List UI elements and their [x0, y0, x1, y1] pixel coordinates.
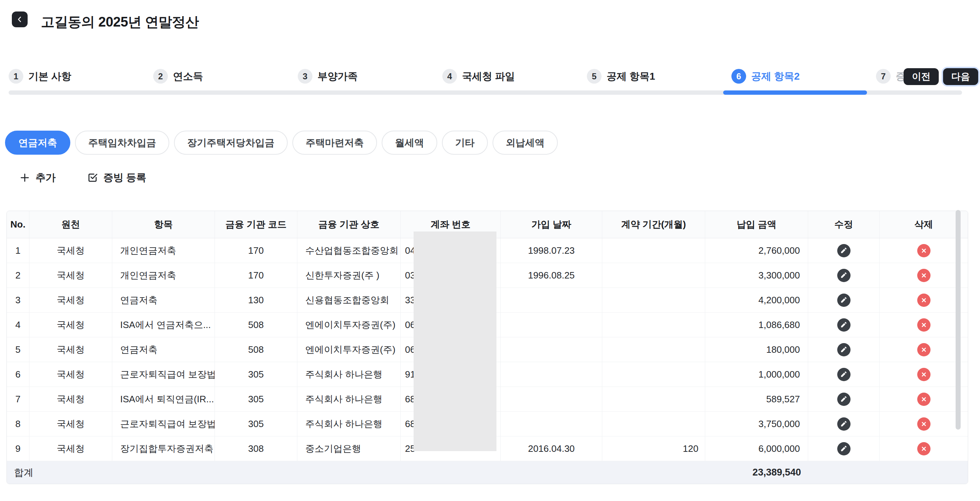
cell-source: 국세청 — [29, 337, 112, 362]
edit-button[interactable] — [837, 368, 851, 381]
pencil-icon — [840, 321, 847, 329]
cell-source: 국세청 — [29, 412, 112, 436]
x-icon — [920, 297, 927, 304]
delete-button[interactable] — [917, 417, 931, 431]
edit-button[interactable] — [837, 294, 851, 307]
cell-source: 국세청 — [29, 436, 112, 461]
cell-period — [602, 238, 705, 263]
pencil-icon — [840, 346, 847, 353]
cell-bank: 주식회사 하나은행 — [298, 362, 401, 386]
add-button-label: 추가 — [35, 171, 56, 185]
edit-button[interactable] — [837, 417, 851, 431]
cell-delete — [880, 238, 968, 263]
step-item-3[interactable]: 3부양가족 — [298, 69, 358, 84]
filter-pill-0[interactable]: 연금저축 — [5, 131, 70, 155]
edit-button[interactable] — [837, 393, 851, 406]
progress-fill — [723, 91, 867, 95]
x-icon — [920, 396, 927, 403]
delete-button[interactable] — [917, 442, 931, 455]
cell-code: 305 — [215, 362, 298, 386]
delete-button[interactable] — [917, 318, 931, 332]
previous-button[interactable]: 이전 — [904, 68, 939, 85]
delete-button[interactable] — [917, 393, 931, 406]
back-button[interactable] — [12, 11, 28, 27]
step-item-1[interactable]: 1기본 사항 — [9, 69, 72, 84]
pencil-icon — [840, 445, 847, 452]
cell-edit — [808, 337, 880, 362]
cell-edit — [808, 263, 880, 287]
next-button[interactable]: 다음 — [943, 68, 978, 85]
cell-period — [602, 337, 705, 362]
cell-amount: 589,527 — [705, 387, 808, 411]
pencil-icon — [840, 396, 847, 403]
edit-button[interactable] — [837, 269, 851, 282]
step-item-5[interactable]: 5공제 항목1 — [587, 69, 655, 84]
cell-item: 개인연금저축 — [112, 263, 215, 287]
filter-pill-4[interactable]: 월세액 — [382, 131, 437, 155]
add-button[interactable]: 추가 — [19, 171, 56, 185]
cell-edit — [808, 288, 880, 312]
cell-amount: 4,200,000 — [705, 288, 808, 312]
cell-code: 508 — [215, 313, 298, 337]
filter-pill-3[interactable]: 주택마련저축 — [292, 131, 377, 155]
column-header-4: 금융 기관 상호 — [298, 211, 401, 238]
cell-item: 장기집합투자증권저축 — [112, 436, 215, 461]
cell-delete — [880, 387, 968, 411]
cell-edit — [808, 436, 880, 461]
scrollbar-thumb[interactable] — [956, 210, 961, 429]
cell-join_date — [501, 313, 602, 337]
cell-amount: 3,750,000 — [705, 412, 808, 436]
step-label: 기본 사항 — [28, 70, 72, 83]
register-evidence-button[interactable]: 증빙 등록 — [87, 171, 146, 185]
edit-button[interactable] — [837, 318, 851, 332]
step-item-2[interactable]: 2연소득 — [153, 69, 203, 84]
column-header-0: No. — [7, 211, 29, 238]
cell-bank: 신한투자증권(주 ) — [298, 263, 401, 287]
cell-delete — [880, 362, 968, 386]
cell-delete — [880, 313, 968, 337]
cell-join_date: 2016.04.30 — [501, 436, 602, 461]
cell-join_date: 1998.07.23 — [501, 238, 602, 263]
delete-button[interactable] — [917, 269, 931, 282]
filter-pill-6[interactable]: 외납세액 — [493, 131, 558, 155]
delete-button[interactable] — [917, 368, 931, 381]
delete-button[interactable] — [917, 343, 931, 356]
cell-bank: 주식회사 하나은행 — [298, 412, 401, 436]
cell-amount: 6,000,000 — [705, 436, 808, 461]
cell-join_date — [501, 337, 602, 362]
step-item-6[interactable]: 6공제 항목2 — [732, 69, 800, 84]
cell-delete — [880, 436, 968, 461]
cell-period: 120 — [602, 436, 705, 461]
cell-edit — [808, 238, 880, 263]
cell-item: ISA에서 퇴직연금(IR... — [112, 387, 215, 411]
cell-delete — [880, 337, 968, 362]
edit-button[interactable] — [837, 343, 851, 356]
edit-button[interactable] — [837, 442, 851, 455]
cell-period — [602, 387, 705, 411]
cell-no: 6 — [7, 362, 29, 386]
cell-item: 근로자퇴직급여 보장법 — [112, 362, 215, 386]
filter-pill-5[interactable]: 기타 — [442, 131, 488, 155]
cell-item: 근로자퇴직급여 보장법 — [112, 412, 215, 436]
cell-item: 연금저축 — [112, 288, 215, 312]
cell-no: 3 — [7, 288, 29, 312]
cell-no: 2 — [7, 263, 29, 287]
pencil-icon — [840, 371, 847, 378]
step-number: 1 — [9, 69, 23, 84]
edit-button[interactable] — [837, 244, 851, 257]
delete-button[interactable] — [917, 294, 931, 307]
step-label: 연소득 — [173, 70, 203, 83]
total-label: 합계 — [7, 466, 33, 479]
filter-pill-1[interactable]: 주택임차차입금 — [75, 131, 169, 155]
column-header-3: 금융 기관 코드 — [215, 211, 298, 238]
cell-amount: 1,000,000 — [705, 362, 808, 386]
cell-code: 305 — [215, 412, 298, 436]
column-header-1: 원천 — [29, 211, 112, 238]
step-item-4[interactable]: 4국세청 파일 — [442, 69, 515, 84]
delete-button[interactable] — [917, 244, 931, 257]
x-icon — [920, 272, 927, 279]
cell-bank: 수산업협동조합중앙회 — [298, 238, 401, 263]
cell-no: 8 — [7, 412, 29, 436]
filter-pill-2[interactable]: 장기주택저당차입금 — [174, 131, 288, 155]
check-square-icon — [87, 172, 98, 183]
